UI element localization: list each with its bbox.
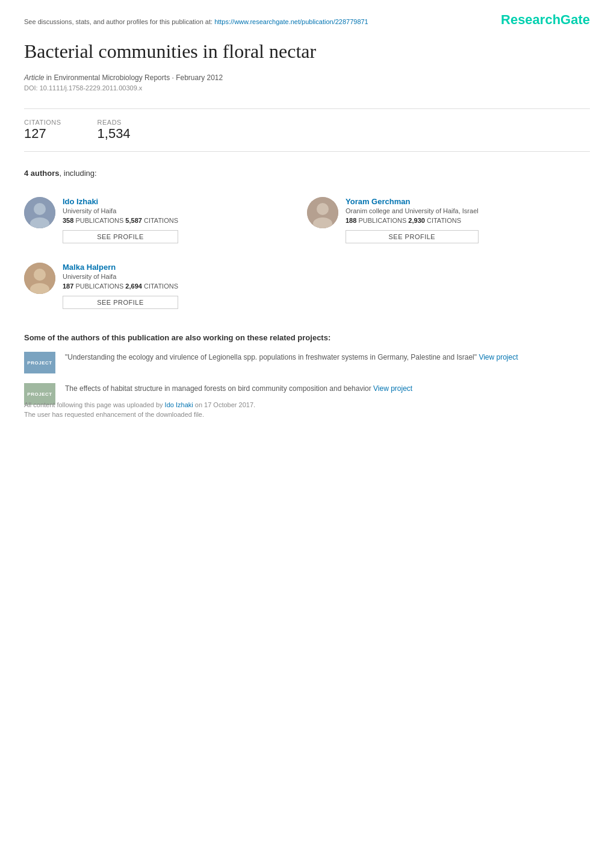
researchgate-logo: ResearchGate [501, 12, 590, 28]
footer: All content following this page was uplo… [24, 401, 590, 420]
article-journal: Environmental Microbiology Reports [54, 73, 170, 82]
author-cites-3: 2,694 [125, 283, 142, 290]
svg-point-4 [317, 203, 329, 215]
see-profile-btn-3[interactable]: SEE PROFILE [63, 296, 178, 309]
pubs-label-2: PUBLICATIONS [358, 217, 408, 224]
reads-stat: READS 1,534 [98, 119, 131, 142]
author-cites-1: 5,587 [125, 217, 142, 224]
citations-stat: CITATIONS 127 [24, 119, 61, 142]
cites-label-2: CITATIONS [427, 217, 461, 224]
author-institution-3: University of Haifa [63, 273, 178, 280]
article-type-label: Article [24, 73, 44, 82]
author-stats-3: 187 PUBLICATIONS 2,694 CITATIONS [63, 283, 178, 290]
stats-divider [24, 108, 590, 109]
article-meta: Article in Environmental Microbiology Re… [24, 73, 590, 82]
author-pubs-1: 358 [63, 217, 73, 224]
footer-line-1: All content following this page was uplo… [24, 401, 590, 408]
authors-heading-suffix: , including: [60, 169, 97, 178]
author-info-2: Yoram Gerchman Oranim college and Univer… [346, 197, 479, 243]
cites-label-1: CITATIONS [144, 217, 178, 224]
meta-in: in [46, 73, 54, 82]
author-institution-2: Oranim college and University of Haifa, … [346, 207, 479, 214]
project-text-1: "Understanding the ecology and virulence… [65, 352, 518, 363]
svg-point-1 [34, 203, 46, 215]
authors-grid: Ido Izhaki University of Haifa 358 PUBLI… [24, 187, 590, 319]
doi-value: 10.1111/j.1758-2229.2011.00309.x [40, 84, 143, 92]
author-stats-1: 358 PUBLICATIONS 5,587 CITATIONS [63, 217, 178, 224]
author-info-3: Malka Halpern University of Haifa 187 PU… [63, 263, 178, 309]
project-text-2: The effects of habitat structure in mana… [65, 383, 412, 394]
citations-value: 127 [24, 126, 61, 142]
author-card-1: Ido Izhaki University of Haifa 358 PUBLI… [24, 187, 307, 253]
avatar-2 [307, 197, 338, 228]
citations-label: CITATIONS [24, 119, 61, 126]
author-name-1[interactable]: Ido Izhaki [63, 197, 178, 206]
avatar-3 [24, 263, 55, 294]
authors-count: 4 authors [24, 169, 60, 178]
authors-section: 4 authors, including: Ido Izhaki Univers… [24, 169, 590, 319]
article-date: February 2012 [176, 73, 223, 82]
author-pubs-2: 188 [346, 217, 356, 224]
thumbnail-label-1: Project [27, 360, 52, 366]
footer-line-2: The user has requested enhancement of th… [24, 411, 590, 418]
author-cites-2: 2,930 [408, 217, 425, 224]
author-stats-2: 188 PUBLICATIONS 2,930 CITATIONS [346, 217, 479, 224]
author-card-2: Yoram Gerchman Oranim college and Univer… [307, 187, 590, 253]
doi-line: DOI: 10.1111/j.1758-2229.2011.00309.x [24, 84, 590, 92]
related-projects-heading: Some of the authors of this publication … [24, 333, 590, 342]
pubs-label-1: PUBLICATIONS [75, 217, 125, 224]
related-projects-section: Some of the authors of this publication … [24, 333, 590, 405]
see-profile-btn-2[interactable]: SEE PROFILE [346, 230, 479, 243]
thumbnail-label-2: Project [27, 392, 52, 397]
author-institution-1: University of Haifa [63, 207, 178, 214]
authors-heading: 4 authors, including: [24, 169, 590, 178]
author-name-3[interactable]: Malka Halpern [63, 263, 178, 272]
project-desc-1: "Understanding the ecology and virulence… [65, 353, 477, 361]
publication-link[interactable]: https://www.researchgate.net/publication… [214, 18, 368, 25]
doi-prefix: DOI: [24, 84, 40, 92]
author-pubs-3: 187 [63, 283, 73, 290]
svg-point-7 [34, 269, 46, 281]
paper-title: Bacterial communities in floral nectar [24, 40, 590, 63]
reads-value: 1,534 [98, 126, 131, 142]
project-link-1[interactable]: View project [479, 353, 518, 361]
author-card-3: Malka Halpern University of Haifa 187 PU… [24, 253, 307, 319]
top-notice-text: See discussions, stats, and author profi… [24, 18, 214, 25]
footer-suffix: on 17 October 2017. [195, 401, 255, 408]
author-name-2[interactable]: Yoram Gerchman [346, 197, 479, 206]
see-profile-btn-1[interactable]: SEE PROFILE [63, 230, 178, 243]
pubs-label-3: PUBLICATIONS [75, 283, 125, 290]
stats-row: CITATIONS 127 READS 1,534 [24, 119, 590, 152]
project-item-1: Project "Understanding the ecology and v… [24, 352, 590, 373]
footer-prefix: All content following this page was uplo… [24, 401, 165, 408]
author-info-1: Ido Izhaki University of Haifa 358 PUBLI… [63, 197, 178, 243]
footer-author-link[interactable]: Ido Izhaki [165, 401, 193, 408]
cites-label-3: CITATIONS [144, 283, 178, 290]
project-thumbnail-1: Project [24, 352, 55, 373]
project-link-2[interactable]: View project [373, 384, 412, 393]
reads-label: READS [98, 119, 131, 126]
project-desc-2: The effects of habitat structure in mana… [65, 384, 371, 393]
avatar-1 [24, 197, 55, 228]
